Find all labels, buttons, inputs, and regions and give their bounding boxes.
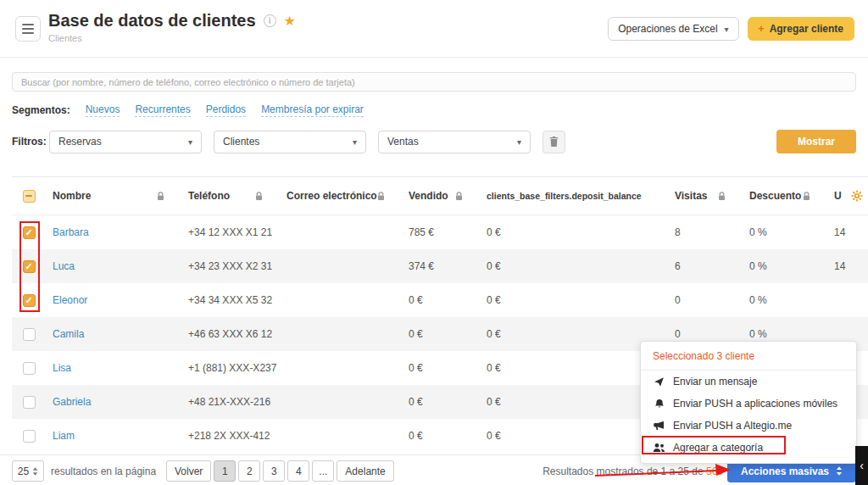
filter-select-clientes[interactable]: Clientes <box>214 131 366 153</box>
pagination-back-button[interactable]: Volver <box>166 460 211 482</box>
client-phone: +34 34 XXX X5 32 <box>181 294 280 306</box>
client-name-link[interactable]: Luca <box>53 260 75 272</box>
pagination-page-1[interactable]: 1 <box>214 460 236 482</box>
gear-icon <box>851 190 863 202</box>
lock-icon <box>157 192 164 201</box>
divider <box>0 57 868 58</box>
add-client-button[interactable]: + Agregar cliente <box>748 17 854 41</box>
pagination-page-2[interactable]: 2 <box>238 460 260 482</box>
menu-item-push-altegio[interactable]: Enviar PUSH a Altegio.me <box>641 415 856 437</box>
table-row: Barbara +34 12 XXX X1 21 785 € 0 € 8 0 %… <box>12 215 868 249</box>
client-visits: 0 <box>668 328 743 340</box>
lock-icon <box>455 192 463 201</box>
segments-label: Segmentos: <box>12 104 70 116</box>
filter-select-ventas[interactable]: Ventas <box>378 131 531 153</box>
pagination-forward-button[interactable]: Adelante <box>337 460 393 482</box>
pagination-ellipsis[interactable]: ... <box>312 460 334 482</box>
excel-operations-button[interactable]: Operaciones de Excel <box>608 17 738 41</box>
client-sold: 374 € <box>402 260 480 272</box>
column-header-descuento[interactable]: Descuento <box>743 190 827 202</box>
pagination-page-3[interactable]: 3 <box>263 460 285 482</box>
row-checkbox[interactable] <box>23 430 36 443</box>
client-sold: 0 € <box>402 396 480 408</box>
row-checkbox[interactable] <box>23 328 36 341</box>
client-discount: 0 % <box>743 328 827 340</box>
segment-link-recurrentes[interactable]: Recurrentes <box>135 103 190 117</box>
column-settings-button[interactable] <box>851 190 863 204</box>
row-checkbox[interactable] <box>23 260 36 273</box>
row-checkbox[interactable] <box>23 362 36 375</box>
column-header-visitas[interactable]: Visitas <box>668 190 743 202</box>
trash-icon <box>549 137 559 147</box>
filter-select-reservas[interactable]: Reservas <box>49 131 202 153</box>
table-row: Luca +34 23 XXX X2 31 374 € 0 € 6 0 % 14 <box>12 249 868 283</box>
star-icon[interactable] <box>284 14 296 28</box>
megaphone-icon <box>653 421 665 431</box>
chevron-left-icon <box>860 460 864 471</box>
client-discount: 0 % <box>743 260 827 272</box>
client-name-link[interactable]: Lisa <box>53 362 71 374</box>
menu-item-push-mobile[interactable]: Enviar PUSH a aplicaciones móviles <box>641 393 856 415</box>
client-phone: +46 63 XXX X6 12 <box>181 328 280 340</box>
column-header-deposit-balance[interactable]: clients_base_filters.deposit_balance <box>480 191 668 201</box>
chevron-down-icon <box>517 136 521 148</box>
selected-count-label: Seleccionado 3 cliente <box>641 342 856 371</box>
client-deposit: 0 € <box>480 226 668 238</box>
page-title: Base de datos de clientes <box>48 11 256 31</box>
chevron-down-icon <box>725 23 729 35</box>
per-page-label: resultados en la página <box>51 465 156 477</box>
client-name-link[interactable]: Liam <box>53 430 75 442</box>
search-input[interactable] <box>12 72 856 92</box>
client-deposit: 0 € <box>480 260 668 272</box>
lock-icon <box>718 192 726 201</box>
results-range: 1 a 25 <box>661 465 689 477</box>
menu-item-send-message[interactable]: Enviar un mensaje <box>641 371 856 393</box>
table-header: Nombre Teléfono Correo electrónico Vendi… <box>12 176 868 215</box>
up-down-arrows-icon <box>836 466 843 476</box>
collapse-panel-toggle[interactable] <box>855 446 868 485</box>
client-name-link[interactable]: Eleonor <box>53 294 87 306</box>
row-checkbox[interactable] <box>23 226 36 239</box>
segment-link-membresia[interactable]: Membresía por expirar <box>261 103 364 117</box>
client-deposit: 0 € <box>480 294 668 306</box>
client-name-link[interactable]: Camila <box>53 328 84 340</box>
title-block: Base de datos de clientes Clientes <box>48 11 296 43</box>
column-header-nombre[interactable]: Nombre <box>46 190 181 202</box>
select-all-checkbox[interactable] <box>23 190 36 203</box>
client-name-link[interactable]: Barbara <box>53 226 89 238</box>
client-discount: 0 % <box>743 226 827 238</box>
column-header-telefono[interactable]: Teléfono <box>181 190 280 202</box>
column-header-correo[interactable]: Correo electrónico <box>280 190 402 202</box>
users-icon <box>653 443 665 453</box>
client-phone: +1 (881) XXX-X237 <box>181 362 280 374</box>
client-name-link[interactable]: Gabriela <box>53 396 91 408</box>
per-page-select[interactable]: 25 <box>12 460 44 482</box>
column-header-vendido[interactable]: Vendido <box>402 190 480 202</box>
table-row: Eleonor +34 34 XXX X5 32 0 € 0 € 0 0 % <box>12 283 868 317</box>
segment-link-nuevos[interactable]: Nuevos <box>86 103 120 117</box>
segment-link-perdidos[interactable]: Perdidos <box>206 103 246 117</box>
clear-filters-button[interactable] <box>542 131 565 153</box>
lock-icon <box>255 192 263 201</box>
row-checkbox[interactable] <box>23 294 36 307</box>
lock-icon <box>377 192 385 201</box>
segments-row: Segmentos: Nuevos Recurrentes Perdidos M… <box>12 103 364 117</box>
info-icon[interactable] <box>264 14 276 27</box>
up-down-arrows-icon <box>32 467 38 476</box>
show-button[interactable]: Mostrar <box>776 130 856 153</box>
pagination-page-4[interactable]: 4 <box>287 460 309 482</box>
hamburger-menu-button[interactable] <box>15 16 41 42</box>
client-phone: +34 23 XXX X2 31 <box>181 260 280 272</box>
client-visits: 0 <box>668 294 743 306</box>
client-phone: +34 12 XXX X1 21 <box>181 226 280 238</box>
plus-icon: + <box>759 23 765 35</box>
results-total: 563 <box>706 465 723 477</box>
client-phone: +48 21X-XXX-216 <box>181 396 280 408</box>
filters-label: Filtros: <box>12 136 49 148</box>
client-phone: +218 2X XXX-412 <box>181 430 280 442</box>
paper-plane-icon <box>653 376 665 387</box>
menu-item-add-to-category[interactable]: Agregar a categoría <box>641 437 856 459</box>
header-actions: Operaciones de Excel + Agregar cliente <box>608 17 854 41</box>
search-row <box>12 72 856 92</box>
row-checkbox[interactable] <box>23 396 36 409</box>
